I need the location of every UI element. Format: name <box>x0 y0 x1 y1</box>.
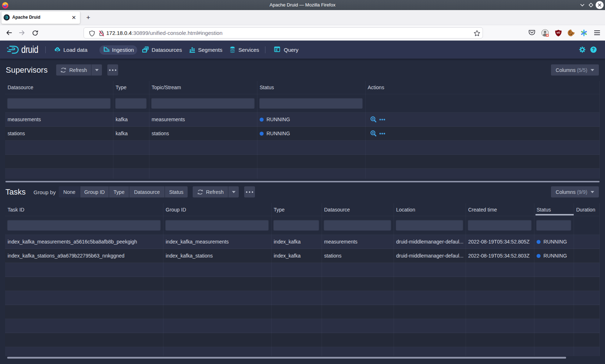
svg-text:uO: uO <box>557 31 560 34</box>
svg-text:?: ? <box>592 47 595 52</box>
